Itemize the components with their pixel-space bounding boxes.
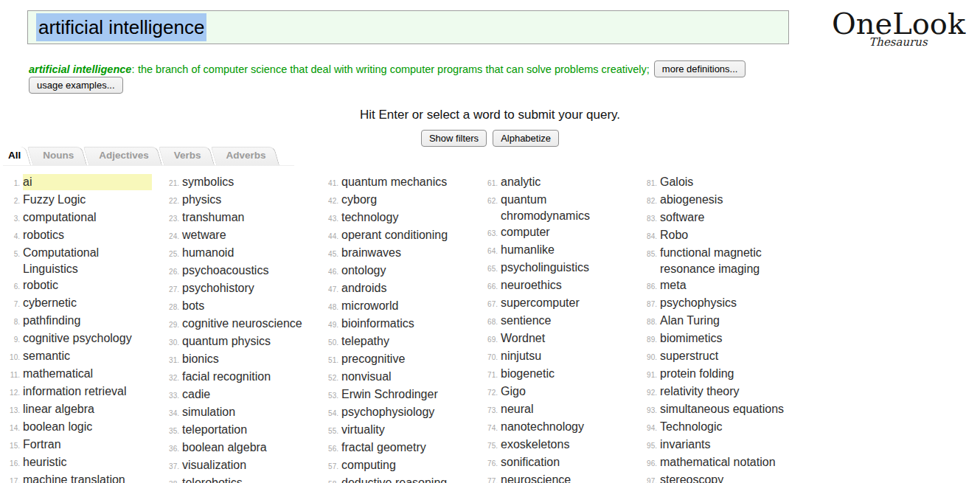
result-word[interactable]: sonification xyxy=(501,454,630,470)
result-word[interactable]: bots xyxy=(182,298,311,314)
result-word[interactable]: Gigo xyxy=(501,383,630,400)
result-word[interactable]: deductive reasoning xyxy=(341,475,470,483)
tab-adjectives[interactable]: Adjectives xyxy=(88,147,164,165)
result-word[interactable]: humanoid xyxy=(182,245,311,261)
result-word[interactable]: machine translation xyxy=(23,472,152,483)
result-word[interactable]: psychophysics xyxy=(660,295,789,311)
result-word[interactable]: pathfinding xyxy=(23,313,152,329)
result-word[interactable]: abiogenesis xyxy=(660,192,789,208)
result-word[interactable]: robotic xyxy=(23,277,152,293)
result-word[interactable]: psycholinguistics xyxy=(501,260,630,276)
result-word[interactable]: software xyxy=(660,209,789,226)
result-word[interactable]: ontology xyxy=(341,263,470,279)
result-word[interactable]: cybernetic xyxy=(23,295,152,311)
result-word[interactable]: technology xyxy=(341,209,470,226)
result-word[interactable]: humanlike xyxy=(501,242,630,258)
show-filters-button[interactable]: Show filters xyxy=(421,130,487,147)
result-word[interactable]: relativity theory xyxy=(660,383,789,400)
result-word[interactable]: quantum physics xyxy=(182,333,311,350)
result-word[interactable]: nanotechnology xyxy=(501,419,630,435)
result-word[interactable]: cognitive psychology xyxy=(23,330,152,347)
more-definitions-button[interactable]: more definitions... xyxy=(654,60,746,77)
result-word[interactable]: neuroethics xyxy=(501,277,630,293)
result-word[interactable]: fractal geometry xyxy=(341,439,470,456)
tab-all[interactable]: All xyxy=(3,147,32,165)
result-number: 73. xyxy=(485,403,498,419)
result-word[interactable]: boolean algebra xyxy=(182,439,311,456)
result-word[interactable]: cognitive neuroscience xyxy=(182,316,311,332)
result-word[interactable]: brainwaves xyxy=(341,245,470,261)
result-word[interactable]: nonvisual xyxy=(341,369,470,385)
result-word[interactable]: ninjutsu xyxy=(501,348,630,364)
result-word[interactable]: mathematical notation xyxy=(660,454,789,470)
result-word[interactable]: functional magnetic resonance imaging xyxy=(660,245,789,277)
search-input[interactable]: artificial intelligence xyxy=(27,10,789,44)
result-word[interactable]: invariants xyxy=(660,437,789,453)
tab-nouns[interactable]: Nouns xyxy=(32,147,88,165)
result-word[interactable]: computing xyxy=(341,457,470,473)
result-word[interactable]: Computational Linguistics xyxy=(23,245,152,277)
result-word[interactable]: operant conditioning xyxy=(341,227,470,243)
result-word[interactable]: androids xyxy=(341,280,470,296)
result-word[interactable]: robotics xyxy=(23,227,152,243)
result-word[interactable]: Galois xyxy=(660,174,789,190)
result-word[interactable]: cadie xyxy=(182,386,311,403)
result-word[interactable]: Technologic xyxy=(660,419,789,435)
result-word[interactable]: facial recognition xyxy=(182,369,311,385)
alphabetize-button[interactable]: Alphabetize xyxy=(493,130,559,147)
result-word[interactable]: computational xyxy=(23,209,152,226)
result-word[interactable]: simulation xyxy=(182,404,311,420)
result-word[interactable]: bioinformatics xyxy=(341,316,470,332)
tab-verbs[interactable]: Verbs xyxy=(164,147,216,165)
result-word[interactable]: exoskeletons xyxy=(501,437,630,453)
usage-examples-button[interactable]: usage examples... xyxy=(29,77,123,94)
result-word[interactable]: sentience xyxy=(501,313,630,329)
result-word[interactable]: superstruct xyxy=(660,348,789,364)
result-word[interactable]: transhuman xyxy=(182,209,311,226)
result-word[interactable]: analytic xyxy=(501,174,630,190)
result-word[interactable]: computer xyxy=(501,224,630,240)
result-word[interactable]: visualization xyxy=(182,457,311,473)
logo[interactable]: OneLook Thesaurus xyxy=(832,7,965,49)
result-word[interactable]: protein folding xyxy=(660,366,789,382)
result-word[interactable]: Erwin Schrodinger xyxy=(341,386,470,403)
result-word[interactable]: boolean logic xyxy=(23,419,152,435)
result-word[interactable]: mathematical xyxy=(23,366,152,382)
result-word[interactable]: virtuality xyxy=(341,422,470,438)
result-word[interactable]: Wordnet xyxy=(501,330,630,347)
result-word[interactable]: stereoscopy xyxy=(660,472,789,483)
result-word[interactable]: heuristic xyxy=(23,454,152,470)
result-word[interactable]: ai xyxy=(23,174,152,190)
result-word[interactable]: quantum mechanics xyxy=(341,174,470,190)
result-word[interactable]: neuroscience xyxy=(501,472,630,483)
result-word[interactable]: bionics xyxy=(182,351,311,367)
result-word[interactable]: supercomputer xyxy=(501,295,630,311)
tab-adverbs[interactable]: Adverbs xyxy=(216,147,281,165)
result-word[interactable]: symbolics xyxy=(182,174,311,190)
result-word[interactable]: teleportation xyxy=(182,422,311,438)
result-word[interactable]: cyborg xyxy=(341,192,470,208)
result-word[interactable]: linear algebra xyxy=(23,401,152,417)
result-word[interactable]: telerobotics xyxy=(182,475,311,483)
result-word[interactable]: simultaneous equations xyxy=(660,401,789,417)
result-word[interactable]: Alan Turing xyxy=(660,313,789,329)
result-word[interactable]: telepathy xyxy=(341,333,470,350)
result-word[interactable]: Fortran xyxy=(23,437,152,453)
result-word[interactable]: psychohistory xyxy=(182,280,311,296)
result-word[interactable]: biogenetic xyxy=(501,366,630,382)
result-word[interactable]: wetware xyxy=(182,227,311,243)
result-word[interactable]: semantic xyxy=(23,348,152,364)
result-word[interactable]: psychophysiology xyxy=(341,404,470,420)
result-word[interactable]: psychoacoustics xyxy=(182,263,311,279)
result-word[interactable]: Robo xyxy=(660,227,789,243)
result-word[interactable]: information retrieval xyxy=(23,383,152,400)
result-word[interactable]: precognitive xyxy=(341,351,470,367)
result-word[interactable]: physics xyxy=(182,192,311,208)
result-item: 94.Technologic xyxy=(644,419,789,437)
result-word[interactable]: Fuzzy Logic xyxy=(23,192,152,208)
result-word[interactable]: quantum chromodynamics xyxy=(501,192,630,224)
result-word[interactable]: microworld xyxy=(341,298,470,314)
result-word[interactable]: biomimetics xyxy=(660,330,789,347)
result-word[interactable]: neural xyxy=(501,401,630,417)
result-word[interactable]: meta xyxy=(660,277,789,293)
